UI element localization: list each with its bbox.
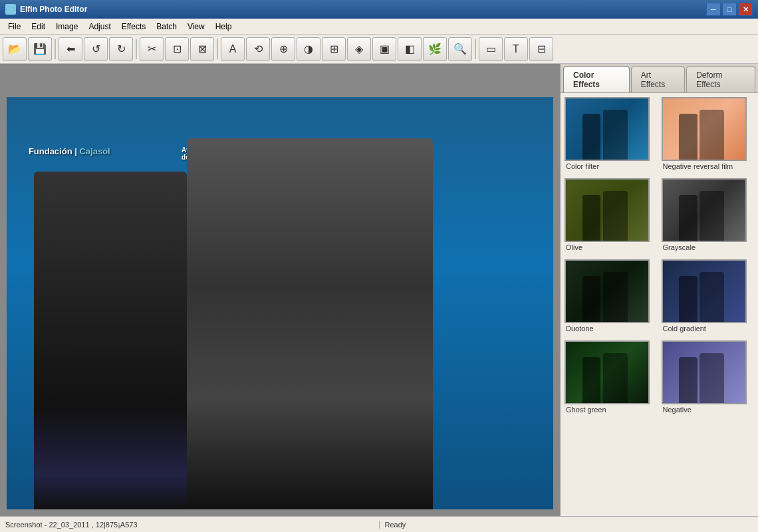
- effect-item-6[interactable]: Ghost green: [563, 339, 659, 419]
- effects-tab-art[interactable]: Art Effects: [631, 66, 685, 92]
- effect-label-2: Olive: [565, 242, 658, 255]
- effect-thumb-4: [565, 259, 650, 323]
- effects-tab-color[interactable]: Color Effects: [563, 66, 630, 92]
- toolbar-separator-2: [55, 39, 56, 59]
- toolbar-btn-11[interactable]: A: [221, 37, 245, 61]
- toolbar-btn-13[interactable]: ⊕: [271, 37, 295, 61]
- effect-thumb-0: [565, 97, 650, 161]
- effect-thumb-5: [662, 259, 747, 323]
- effect-thumb-3: [662, 178, 747, 242]
- toolbar-btn-24[interactable]: ⊟: [529, 37, 553, 61]
- effect-label-0: Color filter: [565, 161, 658, 174]
- status-left: Screenshot - 22_03_2011 , 12|875¡A573: [5, 521, 380, 529]
- toolbar-btn-15[interactable]: ⊞: [322, 37, 346, 61]
- menu-item-adjust[interactable]: Adjust: [83, 20, 116, 33]
- toolbar-btn-19[interactable]: 🌿: [423, 37, 447, 61]
- effect-label-5: Cold gradient: [662, 323, 755, 336]
- toolbar-btn-22[interactable]: ▭: [479, 37, 503, 61]
- effect-thumb-6: [565, 340, 650, 404]
- toolbar-btn-0[interactable]: 📂: [3, 37, 27, 61]
- toolbar-btn-23[interactable]: T: [504, 37, 528, 61]
- effect-item-5[interactable]: Cold gradient: [660, 258, 756, 338]
- toolbar-btn-18[interactable]: ◧: [398, 37, 422, 61]
- right-panel: Color EffectsArt EffectsDeform Effects C…: [560, 64, 758, 516]
- menu-item-image[interactable]: Image: [51, 20, 83, 33]
- effects-tabs: Color EffectsArt EffectsDeform Effects: [561, 64, 758, 93]
- effect-thumb-2: [565, 178, 650, 242]
- effect-thumb-7: [662, 340, 747, 404]
- effect-label-1: Negative reversal film: [662, 161, 755, 174]
- menu-item-edit[interactable]: Edit: [26, 20, 51, 33]
- menu-item-effects[interactable]: Effects: [116, 20, 151, 33]
- window-controls: ─ □ ✕: [706, 3, 753, 16]
- effect-thumb-1: [662, 97, 747, 161]
- toolbar-btn-12[interactable]: ⟲: [246, 37, 270, 61]
- toolbar-separator-21: [475, 39, 476, 59]
- toolbar-btn-17[interactable]: ▣: [372, 37, 396, 61]
- toolbar-separator-6: [136, 39, 137, 59]
- effect-item-7[interactable]: Negative: [660, 339, 756, 419]
- effect-item-1[interactable]: Negative reversal film: [660, 96, 756, 176]
- menu-bar: FileEditImageAdjustEffectsBatchViewHelp: [0, 19, 758, 35]
- toolbar-btn-14[interactable]: ◑: [297, 37, 320, 61]
- effects-tab-deform[interactable]: Deform Effects: [686, 66, 755, 92]
- photo-display: Fundación | Cajasol Ayuntamientode Málag…: [7, 97, 553, 509]
- window-title: Elfin Photo Editor: [20, 5, 706, 14]
- toolbar: 📂💾⬅↺↻✂⊡⊠A⟲⊕◑⊞◈▣◧🌿🔍▭T⊟: [0, 35, 758, 64]
- menu-item-view[interactable]: View: [182, 20, 210, 33]
- toolbar-btn-20[interactable]: 🔍: [448, 37, 472, 61]
- effects-scroll-area[interactable]: Color filterNegative reversal filmOliveG…: [561, 93, 758, 516]
- toolbar-btn-1[interactable]: 💾: [28, 37, 52, 61]
- menu-item-help[interactable]: Help: [210, 20, 237, 33]
- photo-container: Fundación | Cajasol Ayuntamientode Málag…: [7, 97, 553, 509]
- effect-label-6: Ghost green: [565, 404, 658, 418]
- menu-item-file[interactable]: File: [3, 20, 26, 33]
- toolbar-btn-4[interactable]: ↺: [84, 37, 108, 61]
- status-bar: Screenshot - 22_03_2011 , 12|875¡A573 Re…: [0, 516, 758, 532]
- app-icon: [5, 4, 16, 15]
- main-content: Fundación | Cajasol Ayuntamientode Málag…: [0, 64, 758, 516]
- close-button[interactable]: ✕: [738, 3, 753, 16]
- toolbar-separator-10: [217, 39, 218, 59]
- effect-label-4: Duotone: [565, 323, 658, 336]
- toolbar-btn-16[interactable]: ◈: [347, 37, 371, 61]
- effect-item-2[interactable]: Olive: [563, 177, 659, 257]
- effect-label-7: Negative: [662, 404, 755, 418]
- status-right: Ready: [380, 521, 753, 529]
- minimize-button[interactable]: ─: [706, 3, 721, 16]
- toolbar-btn-5[interactable]: ↻: [109, 37, 133, 61]
- title-bar: Elfin Photo Editor ─ □ ✕: [0, 0, 758, 19]
- effects-grid: Color filterNegative reversal filmOliveG…: [563, 96, 755, 419]
- toolbar-btn-3[interactable]: ⬅: [59, 37, 82, 61]
- toolbar-btn-8[interactable]: ⊡: [165, 37, 189, 61]
- menu-item-batch[interactable]: Batch: [151, 20, 182, 33]
- canvas-area[interactable]: Fundación | Cajasol Ayuntamientode Málag…: [0, 64, 560, 516]
- toolbar-btn-7[interactable]: ✂: [140, 37, 164, 61]
- maximize-button[interactable]: □: [722, 3, 737, 16]
- effect-item-4[interactable]: Duotone: [563, 258, 659, 338]
- effect-item-0[interactable]: Color filter: [563, 96, 659, 176]
- effect-item-3[interactable]: Grayscale: [660, 177, 756, 257]
- effect-label-3: Grayscale: [662, 242, 755, 255]
- toolbar-btn-9[interactable]: ⊠: [190, 37, 214, 61]
